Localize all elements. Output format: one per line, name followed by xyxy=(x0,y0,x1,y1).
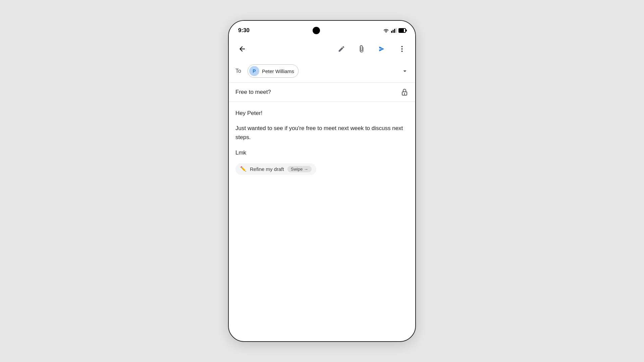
wifi-icon xyxy=(383,28,389,33)
body-paragraph: Just wanted to see if you're free to mee… xyxy=(235,124,409,142)
subject-text: Free to meet? xyxy=(235,89,400,96)
status-bar: 9:30 xyxy=(229,21,415,38)
toolbar xyxy=(229,38,415,60)
edit-button[interactable] xyxy=(335,42,348,56)
svg-rect-4 xyxy=(396,28,397,33)
swipe-text: Swipe → xyxy=(291,167,308,172)
refine-draft-bar[interactable]: ✏️ Refine my draft Swipe → xyxy=(235,163,316,175)
svg-point-7 xyxy=(401,48,402,50)
body-signoff: Lmk xyxy=(235,148,409,157)
phone-frame: 9:30 xyxy=(228,20,416,342)
svg-rect-2 xyxy=(393,30,394,33)
body-content: Hey Peter! Just wanted to see if you're … xyxy=(235,109,409,157)
subject-field[interactable]: Free to meet? xyxy=(229,83,415,102)
svg-rect-3 xyxy=(394,29,395,33)
svg-point-6 xyxy=(401,46,402,47)
refine-icon: ✏️ xyxy=(240,166,247,172)
to-label: To xyxy=(235,68,244,74)
svg-rect-1 xyxy=(391,31,392,33)
expand-recipients-button[interactable] xyxy=(401,67,409,75)
refine-text: Refine my draft xyxy=(250,166,284,172)
lock-icon[interactable] xyxy=(400,88,409,96)
svg-point-0 xyxy=(386,32,387,33)
attach-button[interactable] xyxy=(355,42,368,56)
recipient-name: Peter Williams xyxy=(262,68,294,74)
send-button[interactable] xyxy=(375,42,388,56)
svg-marker-5 xyxy=(379,47,384,52)
signal-icon xyxy=(391,28,396,33)
body-greeting: Hey Peter! xyxy=(235,109,409,118)
camera-notch xyxy=(313,27,320,34)
recipient-chip[interactable]: P Peter Williams xyxy=(248,64,299,78)
more-button[interactable] xyxy=(395,42,409,56)
status-icons xyxy=(383,28,406,33)
status-time: 9:30 xyxy=(238,27,250,34)
to-field[interactable]: To P Peter Williams xyxy=(229,60,415,83)
recipient-avatar: P xyxy=(249,66,259,76)
svg-point-8 xyxy=(401,51,402,52)
battery-icon xyxy=(398,28,406,33)
email-body[interactable]: Hey Peter! Just wanted to see if you're … xyxy=(229,102,415,341)
swipe-badge: Swipe → xyxy=(287,166,312,172)
back-button[interactable] xyxy=(235,42,249,56)
